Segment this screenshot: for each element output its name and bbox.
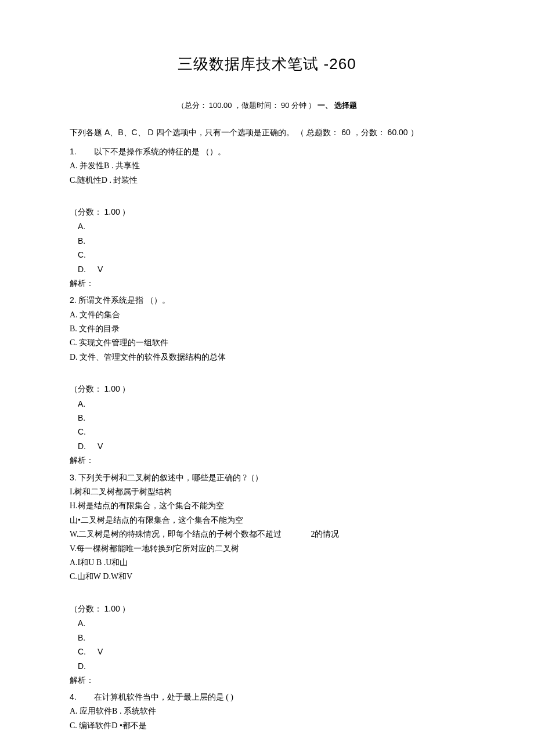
question-2: 2. 所谓文件系统是指 （）。 A. 文件的集合 B. 文件的目录 C. 实现文… (70, 294, 464, 467)
q1-opt-cd: C.随机性D . 封装性 (70, 174, 464, 187)
q2-opt-b: B. 文件的目录 (70, 323, 464, 335)
section-num: 一、 (317, 101, 333, 110)
q3-s3: 山•二叉树是结点的有限集合，这个集合不能为空 (70, 514, 464, 527)
q2-opt-a: A. 文件的集合 (70, 309, 464, 321)
q4-opt-cd: C. 编译软件D •都不是 (70, 719, 464, 732)
q3-ans-d: D. (70, 660, 464, 672)
exam-meta: （总分： 100.00 ，做题时间： 90 分钟 ） 一、 选择题 (70, 100, 464, 112)
q4-stem: 在计算机软件当中，处于最上层的是 ( ) (94, 693, 233, 701)
q4-num: 4. (70, 692, 77, 701)
q3-ans-b: B. (70, 631, 464, 644)
q1-stem: 以下不是操作系统的特征的是 （）。 (94, 147, 226, 156)
q3-ans-a: A. (70, 617, 464, 630)
exam-page: 三级数据库技术笔试 -260 （总分： 100.00 ，做题时间： 90 分钟 … (0, 0, 534, 756)
score-close: ） (122, 605, 130, 613)
title-main: 三级数据库技术笔试 (178, 55, 319, 73)
q3-stem: 下列关于树和二叉树的叙述中，哪些是正确的 ?（） (78, 473, 263, 482)
score-label: （分数： (70, 385, 102, 393)
q3-s4a: W.二叉树是树的特殊情况，即每个结点的子树个数都不超过 (70, 530, 282, 538)
q1-ans-c: C. (70, 248, 464, 261)
q2-opt-c: C. 实现文件管理的一组软件 (70, 337, 464, 349)
instruction-close: ） (410, 128, 418, 137)
opt-d: D. (78, 442, 86, 451)
q1-opt-ab: A. 并发性B . 共享性 (70, 160, 464, 172)
q3-s4: W.二叉树是树的特殊情况，即每个结点的子树个数都不超过2的情况 (70, 528, 464, 541)
q1-stem-line: 1.以下不是操作系统的特征的是 （）。 (70, 145, 464, 158)
q2-ans-c: C. (70, 425, 464, 438)
q2-ans-d: D.V (70, 440, 464, 453)
question-1: 1.以下不是操作系统的特征的是 （）。 A. 并发性B . 共享性 C.随机性D… (70, 145, 464, 291)
q1-ans-b: B. (70, 234, 464, 247)
q3-s1: I.树和二叉树都属于树型结构 (70, 486, 464, 498)
q3-opt-cd: C.山和W D.W和V (70, 570, 464, 583)
q3-check: V (98, 647, 103, 656)
score-value: 1.00 (104, 384, 120, 393)
q2-analysis: 解析： (70, 454, 464, 467)
q3-num: 3. (70, 473, 77, 482)
q2-stem: 所谓文件系统是指 （）。 (78, 296, 170, 305)
title-suffix: -260 (324, 55, 356, 73)
score-close: ） (122, 208, 130, 216)
q3-analysis: 解析： (70, 674, 464, 687)
section-instruction: 下列各题 A、B、C、 D 四个选项中，只有一个选项是正确的。 （ 总题数： 6… (70, 126, 464, 139)
section-label: 选择题 (334, 101, 357, 110)
score-label: （分数： (70, 208, 102, 216)
q3-stem-line: 3. 下列关于树和二叉树的叙述中，哪些是正确的 ?（） (70, 471, 464, 484)
q2-stem-line: 2. 所谓文件系统是指 （）。 (70, 294, 464, 307)
question-3: 3. 下列关于树和二叉树的叙述中，哪些是正确的 ?（） I.树和二叉树都属于树型… (70, 471, 464, 687)
q1-check: V (98, 265, 103, 274)
q1-score: （分数： 1.00 ） (70, 205, 464, 219)
instruction-score-label: ，分数： (353, 128, 385, 137)
instruction-text: 下列各题 A、B、C、 D 四个选项中，只有一个选项是正确的。 (70, 128, 294, 137)
q2-ans-a: A. (70, 397, 464, 410)
q2-score: （分数： 1.00 ） (70, 382, 464, 396)
q3-s4b: 2的情况 (311, 530, 339, 538)
page-title: 三级数据库技术笔试 -260 (70, 52, 464, 77)
meta-mid1: ，做题时间： (234, 101, 279, 110)
opt-d: D. (78, 265, 86, 274)
q3-opt-ab: A.I和U B .U和山 (70, 556, 464, 569)
meta-time: 90 (281, 101, 289, 110)
meta-mid2: 分钟 ） (291, 101, 316, 110)
score-label: （分数： (70, 605, 102, 613)
score-value: 1.00 (104, 604, 120, 613)
q2-check: V (98, 442, 103, 451)
q4-stem-line: 4.在计算机软件当中，处于最上层的是 ( ) (70, 690, 464, 704)
q1-ans-d: D.V (70, 263, 464, 276)
q1-analysis: 解析： (70, 277, 464, 290)
score-close: ） (122, 385, 130, 393)
instruction-count-label: （ 总题数： (296, 128, 339, 137)
meta-total: 100.00 (209, 101, 232, 110)
instruction-score: 60.00 (388, 128, 408, 137)
q3-score: （分数： 1.00 ） (70, 602, 464, 616)
question-4: 4.在计算机软件当中，处于最上层的是 ( ) A. 应用软件B . 系统软件 C… (70, 690, 464, 732)
meta-prefix: （总分： (177, 101, 207, 110)
q4-opt-ab: A. 应用软件B . 系统软件 (70, 705, 464, 718)
score-value: 1.00 (104, 207, 120, 216)
q1-ans-a: A. (70, 220, 464, 233)
q2-ans-b: B. (70, 411, 464, 424)
q1-num: 1. (70, 147, 77, 156)
instruction-count: 60 (341, 128, 351, 137)
q3-s5: V.每一棵树都能唯一地转换到它所对应的二叉树 (70, 542, 464, 555)
q3-s2: H.树是结点的有限集合，这个集合不能为空 (70, 500, 464, 512)
q3-ans-c: C.V (70, 645, 464, 659)
q2-opt-d: D. 文件、管理文件的软件及数据结构的总体 (70, 351, 464, 364)
q2-num: 2. (70, 295, 77, 305)
opt-c: C. (78, 647, 86, 656)
